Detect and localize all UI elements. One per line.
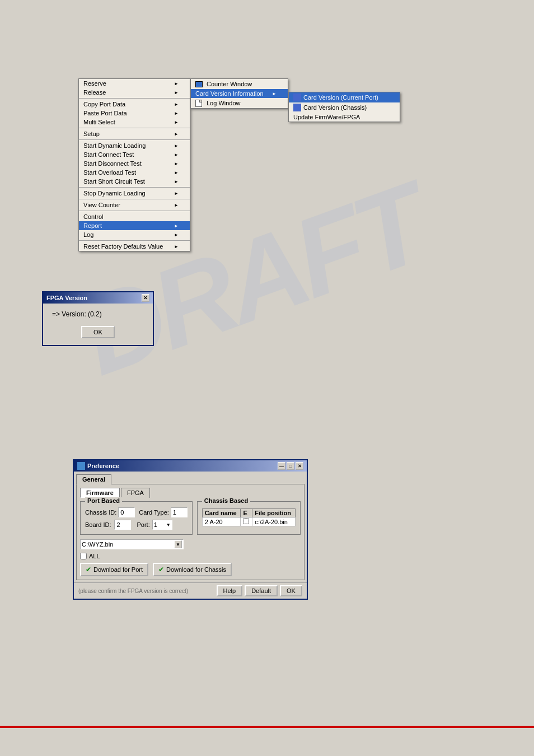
pref-action-buttons: Help Default OK — [217, 585, 302, 596]
chassis-based-group: Chassis Based Card name E File position … — [197, 501, 301, 535]
fpga-ok-button[interactable]: OK — [81, 326, 115, 338]
menu-item-disconnect-test[interactable]: Start Disconnect Test ► — [79, 159, 190, 168]
status-text: (please confirm the FPGA version is corr… — [78, 588, 188, 594]
cell-card-name: 2 A-20 — [202, 517, 241, 526]
separator-5 — [79, 199, 190, 199]
firmware-dropdown[interactable]: C:\WYZ.bin ▼ — [80, 539, 184, 549]
chassis-id-label: Chassis ID: — [85, 509, 116, 516]
download-port-label: Download for Port — [93, 566, 143, 573]
port-select-value: 1 — [154, 521, 157, 528]
submenu-arrow-reset: ► — [174, 244, 179, 249]
menu-label-setup: Setup — [83, 130, 100, 137]
all-checkbox-row: ALL — [80, 553, 301, 559]
separator-2 — [79, 128, 190, 128]
menu-item-reserve[interactable]: Reserve ► — [79, 79, 190, 88]
menu-item-paste-port[interactable]: Paste Port Data ► — [79, 109, 190, 118]
download-chassis-label: Download for Chassis — [166, 566, 226, 573]
submenu-label-update-firmware: Update FirmWare/FPGA — [293, 114, 360, 120]
close-button[interactable]: ✕ — [296, 462, 303, 470]
sub-tabs: Firmware FPGA — [80, 488, 301, 498]
both-groups: Port Based Chassis ID: Card Type: Board … — [80, 501, 301, 535]
submenu-arrow-multi: ► — [174, 120, 179, 125]
menu-label-report: Report — [83, 222, 102, 229]
minimize-button[interactable]: — — [278, 462, 285, 470]
port-based-label: Port Based — [85, 497, 122, 504]
port-based-group: Port Based Chassis ID: Card Type: Board … — [80, 501, 193, 535]
sub-tab-fpga[interactable]: FPGA — [121, 488, 150, 498]
fpga-close-button[interactable]: ✕ — [142, 294, 149, 302]
submenu-item-card-version[interactable]: Card Version Information ► — [191, 89, 288, 98]
submenu-item-card-chassis[interactable]: Card Version (Chassis) — [289, 102, 400, 113]
card-version-submenu: Card Version (Current Port) Card Version… — [288, 92, 400, 122]
submenu-item-counter-window[interactable]: Counter Window — [191, 79, 288, 89]
menu-item-copy-port[interactable]: Copy Port Data ► — [79, 100, 190, 109]
submenu-arrow-reserve: ► — [174, 81, 179, 86]
menu-item-overload-test[interactable]: Start Overload Test ► — [79, 168, 190, 177]
menu-item-short-circuit[interactable]: Start Short Circuit Test ► — [79, 177, 190, 186]
menu-label-dynamic-loading: Start Dynamic Loading — [83, 142, 146, 149]
sub-tab-fpga-label: FPGA — [127, 489, 144, 496]
separator-7 — [79, 240, 190, 241]
sub-tab-firmware-label: Firmware — [86, 489, 114, 496]
submenu-item-log-window[interactable]: Log Window — [191, 98, 288, 108]
submenu-arrow-view: ► — [174, 203, 179, 208]
e-checkbox[interactable] — [243, 518, 249, 524]
menu-label-disconnect-test: Start Disconnect Test — [83, 160, 142, 167]
menu-label-control: Control — [83, 213, 103, 220]
counter-window-icon — [195, 80, 204, 88]
pref-content: Firmware FPGA Port Based Chassis ID: Car… — [76, 484, 305, 580]
submenu-arrow-disconnect: ► — [174, 161, 179, 166]
port-select[interactable]: 1 ▼ — [152, 520, 172, 530]
chassis-id-input[interactable] — [118, 507, 135, 517]
context-menu: Reserve ► Release ► Copy Port Data ► Pas… — [78, 78, 190, 251]
pref-titlebar: Preference — □ ✕ — [74, 460, 307, 472]
download-port-check-icon: ✔ — [86, 566, 91, 573]
submenu-arrow-log: ► — [174, 232, 179, 237]
separator-4 — [79, 187, 190, 188]
menu-item-multi-select[interactable]: Multi Select ► — [79, 118, 190, 127]
log-window-icon — [195, 99, 204, 107]
chassis-based-label: Chassis Based — [202, 497, 250, 504]
menu-item-setup[interactable]: Setup ► — [79, 129, 190, 138]
submenu-item-update-firmware[interactable]: Update FirmWare/FPGA — [289, 113, 400, 122]
dropdown-arrow[interactable]: ▼ — [174, 540, 182, 548]
menu-label-view-counter: View Counter — [83, 202, 120, 208]
menu-item-log[interactable]: Log ► — [79, 230, 190, 239]
menu-item-stop-dynamic[interactable]: Stop Dynamic Loading ► — [79, 189, 190, 198]
tab-general-label: General — [82, 476, 105, 483]
all-checkbox[interactable] — [80, 553, 87, 559]
separator-1 — [79, 98, 190, 99]
menu-item-view-counter[interactable]: View Counter ► — [79, 200, 190, 209]
sub-tab-firmware[interactable]: Firmware — [80, 488, 120, 498]
submenu-item-card-current[interactable]: Card Version (Current Port) — [289, 92, 400, 102]
menu-label-copy-port: Copy Port Data — [83, 101, 125, 108]
card-type-input[interactable] — [171, 507, 188, 517]
fpga-version-dialog: FPGA Version ✕ => Version: (0.2) OK — [42, 291, 154, 346]
dropdown-value: C:\WYZ.bin — [82, 541, 113, 548]
help-button[interactable]: Help — [217, 585, 243, 596]
download-chassis-button[interactable]: ✔ Download for Chassis — [153, 563, 232, 576]
menu-item-control[interactable]: Control — [79, 212, 190, 221]
menu-item-release[interactable]: Release ► — [79, 88, 190, 97]
ok-button[interactable]: OK — [280, 585, 302, 596]
download-chassis-check-icon: ✔ — [158, 566, 164, 573]
download-port-button[interactable]: ✔ Download for Port — [80, 563, 148, 576]
pref-title: Preference — [87, 463, 119, 469]
all-checkbox-label: ALL — [89, 553, 100, 559]
restore-button[interactable]: □ — [287, 462, 294, 470]
menu-item-report[interactable]: Report ► — [79, 221, 190, 230]
submenu-arrow-report: ► — [174, 223, 179, 228]
col-card-name: Card name — [202, 509, 241, 517]
red-bottom-line — [0, 726, 534, 728]
board-id-input[interactable] — [114, 520, 131, 530]
menu-item-reset-factory[interactable]: Reset Factory Defaults Value ► — [79, 242, 190, 251]
preference-dialog: Preference — □ ✕ General Firmware FPGA P… — [73, 459, 308, 600]
menu-item-connect-test[interactable]: Start Connect Test ► — [79, 150, 190, 159]
tab-general[interactable]: General — [76, 474, 111, 484]
chassis-table-row: 2 A-20 c:\2A-20.bin — [202, 517, 295, 526]
submenu-label-card-chassis: Card Version (Chassis) — [303, 104, 367, 111]
default-button[interactable]: Default — [245, 585, 278, 596]
submenu-arrow-short: ► — [174, 179, 179, 184]
menu-label-log: Log — [83, 231, 93, 238]
menu-item-dynamic-loading[interactable]: Start Dynamic Loading ► — [79, 141, 190, 150]
